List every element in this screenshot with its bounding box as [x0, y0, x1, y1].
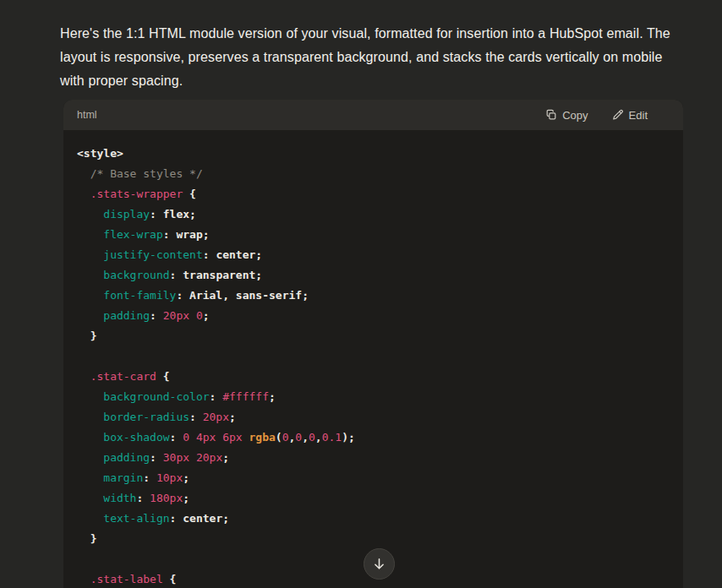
edit-button[interactable]: Edit — [605, 106, 654, 125]
code-line: font-family: Arial, sans-serif; — [77, 286, 670, 306]
code-line: justify-content: center; — [77, 245, 670, 265]
scroll-down-button[interactable] — [364, 548, 395, 580]
code-line: display: flex; — [77, 204, 670, 225]
code-header-actions: Copy Edit — [539, 106, 670, 125]
assistant-message: Here's the 1:1 HTML module version of yo… — [60, 22, 690, 93]
code-line: flex-wrap: wrap; — [77, 225, 670, 245]
message-line: Here's the 1:1 HTML module version of yo… — [60, 22, 690, 46]
code-block: html Copy Edit — [63, 100, 683, 588]
copy-icon — [545, 109, 557, 121]
code-line: background-color: #ffffff; — [77, 387, 670, 407]
code-line: } — [77, 529, 670, 549]
code-content: <style> /* Base styles */ .stats-wrapper… — [63, 130, 683, 588]
code-line: background: transparent; — [77, 265, 670, 286]
message-line: layout is responsive, preserves a transp… — [60, 46, 690, 69]
code-line: .stat-card { — [77, 367, 670, 387]
code-line: } — [77, 326, 670, 346]
copy-button[interactable]: Copy — [539, 106, 594, 125]
code-line: <style> — [77, 144, 670, 164]
code-line: width: 180px; — [77, 488, 670, 509]
code-line: padding: 20px 0; — [77, 306, 670, 326]
code-line: padding: 30px 20px; — [77, 448, 670, 468]
pencil-icon — [612, 109, 624, 121]
code-line: text-align: center; — [77, 509, 670, 529]
code-line: border-radius: 20px; — [77, 407, 670, 427]
copy-label: Copy — [562, 109, 588, 122]
arrow-down-icon — [372, 557, 386, 571]
edit-label: Edit — [629, 109, 648, 122]
code-line: box-shadow: 0 4px 6px rgba(0,0,0,0.1); — [77, 427, 670, 448]
code-line: /* Base styles */ — [77, 164, 670, 184]
message-line: with proper spacing. — [60, 69, 690, 93]
code-line: margin: 10px; — [77, 468, 670, 488]
code-header: html Copy Edit — [63, 100, 683, 130]
code-line — [77, 346, 670, 367]
code-line: .stats-wrapper { — [77, 184, 670, 204]
language-label: html — [77, 109, 97, 121]
